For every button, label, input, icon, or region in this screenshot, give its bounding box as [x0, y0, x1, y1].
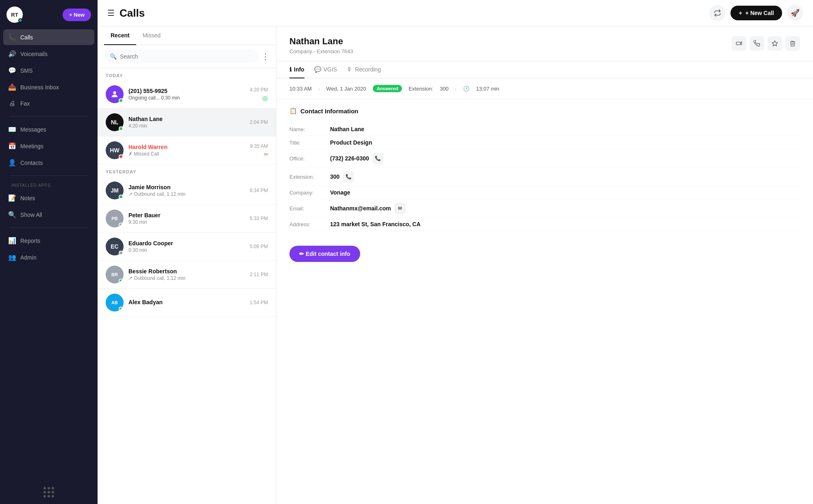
call-item[interactable]: PB Peter Bauer 9:30 min 5:33 PM: [98, 205, 276, 233]
menu-button[interactable]: ☰: [107, 8, 115, 18]
sidebar-item-voicemails[interactable]: 🔊Voicemails: [3, 46, 94, 62]
call-sub: 4:20 min: [128, 123, 245, 129]
online-indicator: [18, 18, 22, 22]
sidebar-item-contacts[interactable]: 👤Contacts: [3, 155, 94, 171]
transfer-icon: [714, 9, 721, 17]
contact-row: Extension: 300 📞: [289, 168, 800, 186]
new-button[interactable]: + New: [63, 9, 91, 21]
contact-field-value: Nathan Lane: [330, 126, 364, 132]
contact-field-value: 123 market St, San Francisco, CA: [330, 221, 421, 227]
status-dot: [119, 307, 123, 311]
call-item[interactable]: JM Jamie Morrison ↗ Outbound call, 1:12 …: [98, 177, 276, 205]
call-right: 9:35 AM ∞: [250, 143, 268, 157]
contact-row: Address: 123 market St, San Francisco, C…: [289, 218, 800, 231]
trash-icon: [789, 40, 796, 47]
sidebar-item-messages[interactable]: ✉️Messages: [3, 121, 94, 137]
contact-field-label: Extension:: [289, 174, 330, 180]
sidebar-item-fax[interactable]: 🖨Fax: [3, 96, 94, 111]
call-sub: Ongoing call... 0:30 min: [128, 95, 245, 101]
notes-icon: 📝: [8, 194, 16, 202]
call-name: Peter Bauer: [128, 212, 245, 218]
avatar-initials: EC: [111, 243, 118, 250]
rocket-button[interactable]: 🚀: [787, 5, 803, 21]
new-call-plus: +: [739, 10, 742, 16]
tab-recent[interactable]: Recent: [104, 26, 136, 45]
call-name: Alex Badyan: [128, 299, 245, 305]
info-icon: ℹ: [289, 66, 291, 73]
call-time: 10:33 AM: [289, 86, 312, 92]
call-name: Harold Warren: [128, 144, 245, 150]
call-info: Alex Badyan: [128, 299, 245, 306]
call-sub: 9:30 min: [128, 219, 245, 225]
detail-tab-info[interactable]: ℹ Info: [289, 61, 304, 78]
field-action-button[interactable]: 📞: [372, 153, 384, 164]
detail-tabs: ℹ Info 💬 VGIS 🎙 Recording: [276, 61, 813, 78]
avatar[interactable]: RT: [7, 6, 23, 23]
status-dot: [119, 195, 123, 199]
sidebar-app-show-all[interactable]: 🔍Show All: [3, 207, 94, 223]
field-action-button[interactable]: 📞: [343, 171, 354, 182]
sidebar-item-business-inbox[interactable]: 📥Business Inbox: [3, 79, 94, 95]
contact-row: Company: Vonage: [289, 186, 800, 199]
avatar-circle: [106, 85, 124, 103]
detail-tab-recording[interactable]: 🎙 Recording: [347, 61, 381, 78]
call-item[interactable]: BR Bessie Robertson ↗ Outbound call, 1:1…: [98, 261, 276, 289]
call-list-panel: Recent Missed 🔍 ⋮ TODAY (201) 555-9925 O…: [98, 26, 276, 504]
detail-contact-info: Nathan Lane Company - Extension 7643: [289, 36, 353, 54]
call-info: Harold Warren ✗ Missed Call: [128, 144, 245, 157]
sidebar-item-calls[interactable]: 📞Calls: [3, 29, 94, 45]
phone-button[interactable]: [750, 36, 764, 51]
field-action-button[interactable]: ✉: [394, 203, 406, 214]
contact-field-label: Title:: [289, 140, 330, 146]
contact-field-label: Name:: [289, 126, 330, 132]
sidebar-item-meetings[interactable]: 📅Meetings: [3, 138, 94, 154]
call-item[interactable]: (201) 555-9925 Ongoing call... 0:30 min …: [98, 80, 276, 108]
call-right: 4:20 PM ◎: [250, 87, 268, 102]
call-info: (201) 555-9925 Ongoing call... 0:30 min: [128, 88, 245, 101]
phone-icon: [754, 40, 760, 47]
transfer-icon-button[interactable]: [709, 5, 726, 21]
clock-icon: 🕐: [463, 86, 470, 92]
contact-field-value: Product Design: [330, 139, 372, 146]
tab-missed[interactable]: Missed: [136, 26, 167, 45]
call-time: 1:54 PM: [250, 300, 268, 305]
show-all-icon: 🔍: [8, 211, 16, 218]
call-item[interactable]: HW Harold Warren ✗ Missed Call 9:35 AM ∞: [98, 136, 276, 164]
topbar-right: + + New Call 🚀: [709, 5, 803, 21]
topbar: ☰ Calls + + New Call 🚀: [98, 0, 813, 26]
ongoing-icon: ◎: [262, 94, 268, 102]
duration-value: 13:07 min: [476, 86, 499, 92]
sidebar-item-sms[interactable]: 💬SMS: [3, 63, 94, 78]
grid-dots[interactable]: [43, 487, 54, 498]
call-item[interactable]: NL Nathan Lane 4:20 min 2:04 PM: [98, 108, 276, 136]
video-call-button[interactable]: [732, 36, 746, 51]
call-info: Nathan Lane 4:20 min: [128, 116, 245, 129]
contact-field-label: Address:: [289, 221, 330, 227]
detail-panel: Nathan Lane Company - Extension 7643: [276, 26, 813, 504]
new-call-button[interactable]: + + New Call: [730, 6, 782, 20]
edit-contact-button[interactable]: ✏ Edit contact info: [289, 246, 360, 262]
avatar-initials: JM: [111, 187, 118, 194]
delete-button[interactable]: [785, 36, 800, 51]
search-input[interactable]: [120, 53, 252, 60]
detail-header: Nathan Lane Company - Extension 7643: [276, 26, 813, 61]
call-name: (201) 555-9925: [128, 88, 245, 94]
sidebar-item-admin[interactable]: 👥Admin: [3, 249, 94, 265]
call-name: Bessie Robertson: [128, 268, 245, 275]
status-dot: [119, 223, 123, 227]
call-time: 4:20 PM: [250, 87, 268, 93]
status-dot: [119, 251, 123, 255]
detail-tab-vgis[interactable]: 💬 VGIS: [314, 61, 337, 78]
vgis-icon: 💬: [314, 66, 321, 73]
star-button[interactable]: [767, 36, 782, 51]
call-item[interactable]: AB Alex Badyan 1:54 PM: [98, 289, 276, 317]
sidebar-item-reports[interactable]: 📊Reports: [3, 233, 94, 249]
call-right: 5:33 PM: [250, 216, 268, 221]
more-options-button[interactable]: ⋮: [261, 52, 270, 61]
contact-field-label: Company:: [289, 190, 330, 196]
content-area: Recent Missed 🔍 ⋮ TODAY (201) 555-9925 O…: [98, 26, 813, 504]
meetings-icon: 📅: [8, 142, 16, 150]
sidebar-app-notes[interactable]: 📝Notes: [3, 190, 94, 206]
messages-icon: ✉️: [8, 125, 16, 133]
call-item[interactable]: EC Eduardo Cooper 0:30 min 5:06 PM: [98, 233, 276, 261]
